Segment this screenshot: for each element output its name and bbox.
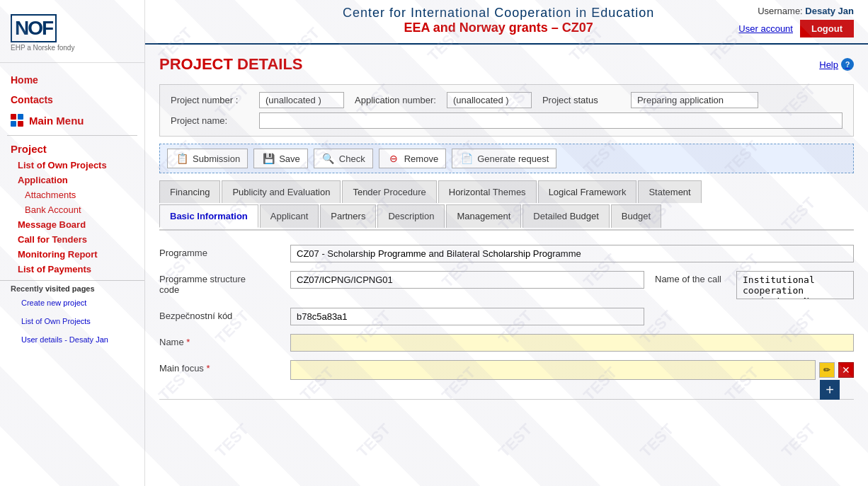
name-input[interactable]	[290, 334, 854, 352]
sidebar-item-payments[interactable]: List of Payments	[0, 262, 144, 277]
username-value: Desaty Jan	[805, 6, 854, 16]
username-label: Username:	[758, 6, 803, 16]
recent-link-list[interactable]: List of Own Projects	[11, 313, 134, 330]
submission-icon: 📋	[175, 152, 189, 165]
user-account-link[interactable]: User account	[738, 23, 793, 34]
sidebar-item-attachments[interactable]: Attachments	[0, 187, 144, 202]
check-button[interactable]: 🔍 Check	[314, 149, 373, 168]
sidebar-item-list-own[interactable]: List of Own Projects	[0, 158, 144, 173]
programme-input[interactable]	[290, 245, 854, 262]
main-focus-row: Main focus * ✏ ✕	[159, 360, 854, 380]
save-icon: 💾	[261, 152, 275, 165]
sidebar: NOF EHP a Norske fondy Home Contacts Mai…	[0, 0, 145, 486]
sidebar-sub-nav: List of Own Projects Application Attachm…	[0, 158, 144, 277]
programme-row: Programme	[159, 245, 854, 262]
title-line1: Center for International Cooperation in …	[258, 6, 738, 21]
app-layout: NOF EHP a Norske fondy Home Contacts Mai…	[0, 0, 868, 486]
help-icon: ?	[841, 58, 854, 71]
username-row: Username: Desaty Jan	[738, 6, 854, 16]
sidebar-item-monitoring[interactable]: Monitoring Report	[0, 247, 144, 262]
page-title: PROJECT DETAILS	[159, 55, 303, 74]
toolbar: 📋 Submission 💾 Save 🔍 Check ⊖ Remove 📄	[159, 144, 854, 173]
logo-subtitle: EHP a Norske fondy	[11, 44, 134, 52]
sidebar-item-call-tenders[interactable]: Call for Tenders	[0, 232, 144, 247]
name-row: Name *	[159, 334, 854, 352]
tab-publicity[interactable]: Publicity and Evaluation	[222, 180, 341, 203]
main-focus-input[interactable]	[290, 360, 816, 380]
bezpecnostni-label: Bezpečnostní kód	[159, 308, 280, 321]
sidebar-section-project: Project	[0, 140, 144, 158]
help-link[interactable]: Help ?	[819, 58, 854, 71]
bottom-bar: +	[159, 399, 854, 407]
tab-financing[interactable]: Financing	[159, 180, 220, 203]
check-icon: 🔍	[321, 152, 336, 165]
tab-horizontal[interactable]: Horizontal Themes	[438, 180, 537, 203]
sidebar-item-bank-account[interactable]: Bank Account	[0, 202, 144, 217]
application-number-label: Application number:	[355, 95, 436, 105]
tab-management[interactable]: Management	[446, 204, 521, 228]
generate-button[interactable]: 📄 Generate request	[452, 149, 556, 168]
main-focus-required: *	[207, 363, 210, 374]
programme-structure-row: Programme structurecode Name of the call…	[159, 271, 854, 299]
title-line2: EEA and Norway grants – CZ07	[258, 21, 738, 35]
tab-description[interactable]: Description	[377, 204, 445, 228]
save-button[interactable]: 💾 Save	[253, 149, 308, 168]
project-name-label: Project name:	[171, 115, 249, 126]
programme-structure-input[interactable]	[290, 271, 644, 289]
programme-structure-label: Programme structurecode	[159, 271, 280, 295]
tab-statement[interactable]: Statement	[638, 180, 701, 203]
logo-text: NOF	[15, 17, 52, 39]
project-name-row: Project name:	[171, 112, 843, 129]
name-of-call-label: Name of the call	[655, 271, 726, 284]
recent-link-create[interactable]: Create new project	[11, 294, 134, 311]
main-focus-label: Main focus *	[159, 360, 280, 374]
add-button[interactable]: +	[820, 380, 840, 400]
page-title-row: PROJECT DETAILS Help ?	[159, 55, 854, 74]
user-actions: User account Logout	[738, 20, 854, 37]
sidebar-item-contacts[interactable]: Contacts	[0, 90, 144, 110]
form-section: Programme Programme structurecode Name o…	[159, 241, 854, 392]
edit-icon[interactable]: ✏	[819, 362, 835, 378]
remove-button[interactable]: ⊖ Remove	[379, 149, 446, 168]
project-name-input[interactable]	[259, 112, 843, 129]
sidebar-nav: Home Contacts Main Menu Project List of …	[0, 70, 144, 352]
project-number-label: Project number :	[171, 95, 249, 105]
page-header: Center for International Cooperation in …	[145, 0, 868, 45]
application-number-value: (unallocated )	[447, 92, 532, 108]
name-required: *	[186, 337, 190, 347]
sidebar-item-home[interactable]: Home	[0, 70, 144, 90]
logo-area: NOF EHP a Norske fondy	[0, 7, 144, 63]
project-number-row: Project number : (unallocated ) Applicat…	[171, 92, 843, 108]
tab-applicant[interactable]: Applicant	[260, 204, 319, 228]
tab-partners[interactable]: Partners	[320, 204, 376, 228]
tab-budget[interactable]: Budget	[611, 204, 661, 228]
tab-logical[interactable]: Logical Framework	[538, 180, 637, 203]
name-of-call-input[interactable]: Institutional cooperation projects - Nor…	[736, 271, 854, 299]
sidebar-divider	[7, 135, 137, 136]
project-number-value: (unallocated )	[259, 92, 344, 108]
programme-label: Programme	[159, 245, 280, 258]
logout-button[interactable]: Logout	[800, 20, 854, 37]
recent-link-user[interactable]: User details - Desaty Jan	[11, 331, 134, 348]
tabs-row1: Financing Publicity and Evaluation Tende…	[159, 180, 854, 203]
tabs-divider	[159, 229, 854, 231]
header-user: Username: Desaty Jan User account Logout	[738, 6, 854, 37]
sidebar-item-message-board[interactable]: Message Board	[0, 217, 144, 232]
name-label: Name *	[159, 334, 280, 347]
project-status-value: Preparing application	[631, 92, 758, 108]
nof-logo: NOF	[11, 14, 57, 42]
sidebar-item-main-menu[interactable]: Main Menu	[0, 110, 144, 131]
tabs-row2: Basic Information Applicant Partners Des…	[159, 204, 854, 228]
tab-tender[interactable]: Tender Procedure	[342, 180, 436, 203]
page-content: PROJECT DETAILS Help ? Project number : …	[145, 45, 868, 417]
submission-button[interactable]: 📋 Submission	[167, 149, 248, 168]
recently-visited: Recently visited pages Create new projec…	[0, 280, 144, 352]
tab-basic-info[interactable]: Basic Information	[159, 204, 258, 228]
tab-detailed-budget[interactable]: Detailed Budget	[522, 204, 610, 228]
main-focus-field-group: ✏ ✕	[290, 360, 854, 380]
bezpecnostni-input[interactable]	[290, 308, 644, 325]
project-status-label: Project status	[542, 95, 620, 105]
sidebar-item-application[interactable]: Application	[0, 173, 144, 187]
generate-icon: 📄	[459, 152, 474, 165]
delete-icon[interactable]: ✕	[838, 362, 854, 378]
